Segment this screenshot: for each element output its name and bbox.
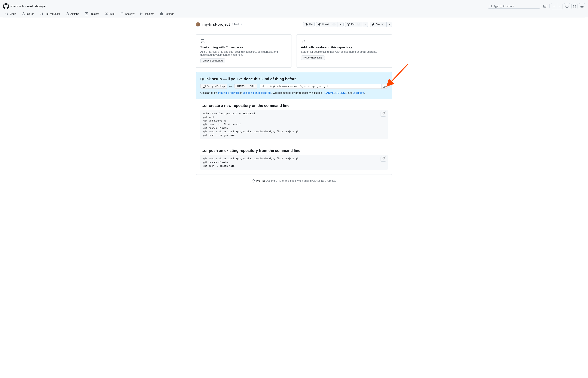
- setup-desktop-button[interactable]: Set up in Desktop: [200, 84, 227, 89]
- issues-button[interactable]: [564, 3, 570, 9]
- repo-link[interactable]: my-first-project: [27, 5, 46, 8]
- copy-icon: [383, 85, 386, 88]
- or-label: or: [229, 85, 232, 88]
- copy-icon: [382, 112, 385, 115]
- desktop-download-icon: [203, 85, 206, 88]
- tab-security[interactable]: Security: [118, 11, 137, 17]
- quick-setup-text: Get started by creating a new file or up…: [200, 91, 388, 94]
- plus-icon: [553, 5, 556, 8]
- create-new-menu[interactable]: [551, 3, 562, 9]
- codespaces-desc: Add a README file and start coding in a …: [200, 50, 287, 56]
- person-add-icon: [301, 39, 305, 44]
- invite-collaborators-button[interactable]: Invite collaborators: [301, 55, 325, 60]
- repo-title: my-first-project: [202, 22, 230, 27]
- chevron-down-icon: [388, 23, 390, 25]
- copy-url-button[interactable]: [381, 84, 387, 89]
- collab-title: Add collaborators to this repository: [301, 46, 388, 49]
- shield-icon: [121, 12, 124, 15]
- copy-push-repo-button[interactable]: [381, 156, 386, 162]
- tab-issues[interactable]: Issues: [20, 11, 36, 17]
- repo-nav: Code Issues Pull requests Actions Projec…: [3, 11, 585, 17]
- readme-link[interactable]: README: [323, 91, 334, 94]
- quick-setup-heading: Quick setup — if you've done this kind o…: [200, 77, 388, 81]
- play-icon: [66, 12, 69, 15]
- command-palette-button[interactable]: [542, 3, 548, 9]
- avatar: [196, 22, 200, 27]
- star-icon: [372, 23, 375, 26]
- codespaces-title: Start coding with Codespaces: [200, 46, 287, 49]
- tab-wiki[interactable]: Wiki: [103, 11, 116, 17]
- create-file-link[interactable]: creating a new file: [218, 91, 239, 94]
- inbox-button[interactable]: [579, 3, 585, 9]
- inbox-icon: [580, 5, 584, 8]
- project-icon: [85, 12, 88, 15]
- pin-icon: [305, 23, 308, 26]
- ssh-option[interactable]: SSH: [247, 84, 257, 89]
- clone-protocol-toggle: HTTPS SSH: [234, 84, 258, 89]
- git-pull-request-icon: [573, 5, 576, 8]
- issue-icon: [22, 12, 25, 15]
- visibility-badge: Public: [232, 23, 242, 26]
- github-logo-icon[interactable]: [3, 3, 9, 9]
- protip: ProTip! Use the URL for this page when a…: [196, 175, 392, 187]
- star-button[interactable]: Star0: [370, 22, 392, 27]
- clone-url-input[interactable]: [260, 84, 381, 89]
- upload-file-link[interactable]: uploading an existing file: [243, 91, 271, 94]
- tab-actions[interactable]: Actions: [64, 11, 81, 17]
- collab-desc: Search for people using their GitHub use…: [301, 50, 388, 53]
- tab-pull-requests[interactable]: Pull requests: [38, 11, 62, 17]
- git-pull-request-icon: [40, 12, 43, 15]
- https-option[interactable]: HTTPS: [234, 84, 247, 89]
- fork-button[interactable]: Fork0: [345, 22, 368, 27]
- search-input[interactable]: Type / to search: [488, 4, 540, 9]
- push-repo-heading: …or push an existing repository from the…: [200, 148, 388, 153]
- gitignore-link[interactable]: .gitignore: [353, 91, 364, 94]
- graph-icon: [141, 12, 143, 15]
- codespaces-card: Start coding with Codespaces Add a READM…: [196, 35, 292, 68]
- issue-icon: [565, 5, 569, 8]
- copy-icon: [382, 157, 385, 160]
- owner-link[interactable]: ahmedmuhi: [11, 5, 24, 8]
- new-repo-box: …or create a new repository on the comma…: [196, 99, 392, 144]
- watch-button[interactable]: Unwatch1: [316, 22, 344, 27]
- lightbulb-icon: [252, 179, 255, 182]
- collaborators-card: Add collaborators to this repository Sea…: [296, 35, 392, 68]
- license-link[interactable]: LICENSE: [335, 91, 347, 94]
- codespaces-icon: [200, 39, 205, 44]
- book-icon: [105, 12, 108, 15]
- chevron-down-icon: [340, 23, 342, 25]
- copy-new-repo-button[interactable]: [381, 111, 386, 117]
- code-icon: [5, 12, 8, 15]
- chevron-down-icon: [364, 23, 366, 25]
- pull-requests-button[interactable]: [572, 3, 577, 9]
- chevron-down-icon: [559, 5, 561, 7]
- pin-button[interactable]: Pin: [303, 22, 315, 27]
- gear-icon: [160, 12, 163, 15]
- quick-setup-box: Quick setup — if you've done this kind o…: [196, 72, 392, 99]
- tab-settings[interactable]: Settings: [158, 11, 176, 17]
- search-icon: [489, 5, 492, 8]
- push-repo-code[interactable]: git remote add origin https://github.com…: [203, 157, 385, 168]
- tab-insights[interactable]: Insights: [138, 11, 156, 17]
- fork-icon: [347, 23, 350, 26]
- create-codespace-button[interactable]: Create a codespace: [200, 58, 225, 63]
- new-repo-heading: …or create a new repository on the comma…: [200, 104, 388, 108]
- eye-icon: [318, 23, 321, 26]
- tab-projects[interactable]: Projects: [83, 11, 101, 17]
- breadcrumb: ahmedmuhi / my-first-project: [11, 5, 46, 8]
- clone-url-field: [260, 84, 388, 89]
- tab-code[interactable]: Code: [3, 11, 18, 17]
- push-repo-box: …or push an existing repository from the…: [196, 144, 392, 175]
- new-repo-code[interactable]: echo "# my-first-project" >> README.md g…: [203, 112, 385, 137]
